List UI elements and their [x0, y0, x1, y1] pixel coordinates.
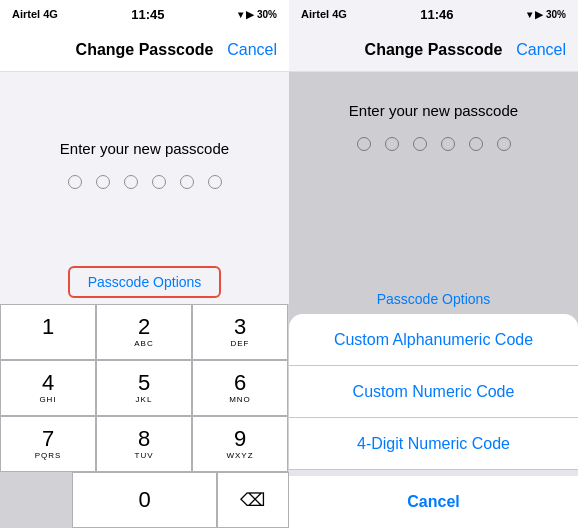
key-empty — [0, 472, 72, 528]
keypad-row-4: 0 ⌫ — [0, 472, 289, 528]
passcode-options-button-left[interactable]: Passcode Options — [68, 266, 222, 298]
dot-6 — [208, 175, 222, 189]
status-bar-right: Airtel 4G 11:46 ▾ ▶ 30% — [289, 0, 578, 28]
action-sheet: Custom Alphanumeric Code Custom Numeric … — [289, 314, 578, 528]
keypad-row-1: 1 2 ABC 3 DEF — [0, 304, 289, 360]
dot-4 — [152, 175, 166, 189]
battery-left: ▾ ▶ 30% — [238, 9, 277, 20]
passcode-options-text-right[interactable]: Passcode Options — [377, 283, 491, 313]
key-7[interactable]: 7 PQRS — [0, 416, 96, 472]
passcode-dots-left — [68, 175, 222, 189]
keypad-left: 1 2 ABC 3 DEF 4 GHI 5 JKL 6 MN — [0, 304, 289, 528]
action-sheet-item-alphanumeric[interactable]: Custom Alphanumeric Code — [289, 314, 578, 366]
keypad-row-3: 7 PQRS 8 TUV 9 WXYZ — [0, 416, 289, 472]
nav-title-right: Change Passcode — [365, 41, 503, 59]
cancel-button-left[interactable]: Cancel — [227, 41, 277, 59]
passcode-options-wrap-left: Passcode Options — [0, 256, 289, 304]
key-4[interactable]: 4 GHI — [0, 360, 96, 416]
delete-icon: ⌫ — [240, 489, 265, 511]
key-8[interactable]: 8 TUV — [96, 416, 192, 472]
action-sheet-item-custom-numeric[interactable]: Custom Numeric Code — [289, 366, 578, 418]
signal-icon-right: ▶ — [535, 9, 543, 20]
time-left: 11:45 — [131, 7, 164, 22]
cancel-button-right[interactable]: Cancel — [516, 41, 566, 59]
carrier-right: Airtel 4G — [301, 8, 347, 20]
carrier-left: Airtel 4G — [12, 8, 58, 20]
key-1[interactable]: 1 — [0, 304, 96, 360]
left-phone: Airtel 4G 11:45 ▾ ▶ 30% Change Passcode … — [0, 0, 289, 528]
wifi-icon-right: ▾ — [527, 9, 532, 20]
status-bar-left: Airtel 4G 11:45 ▾ ▶ 30% — [0, 0, 289, 28]
battery-right: ▾ ▶ 30% — [527, 9, 566, 20]
key-6[interactable]: 6 MNO — [192, 360, 288, 416]
key-0[interactable]: 0 — [72, 472, 216, 528]
dot-5 — [180, 175, 194, 189]
nav-bar-left: Change Passcode Cancel — [0, 28, 289, 72]
modal-overlay: Passcode Options Custom Alphanumeric Cod… — [289, 72, 578, 528]
right-content: Enter your new passcode Passcode Options… — [289, 72, 578, 528]
dot-1 — [68, 175, 82, 189]
nav-title-left: Change Passcode — [76, 41, 214, 59]
action-sheet-cancel-button[interactable]: Cancel — [289, 476, 578, 528]
key-9[interactable]: 9 WXYZ — [192, 416, 288, 472]
passcode-area-left: Enter your new passcode — [0, 72, 289, 256]
key-2[interactable]: 2 ABC — [96, 304, 192, 360]
delete-key[interactable]: ⌫ — [217, 472, 289, 528]
nav-bar-right: Change Passcode Cancel — [289, 28, 578, 72]
signal-icon: ▶ — [246, 9, 254, 20]
key-5[interactable]: 5 JKL — [96, 360, 192, 416]
passcode-prompt-left: Enter your new passcode — [60, 140, 229, 157]
action-sheet-item-4digit[interactable]: 4-Digit Numeric Code — [289, 418, 578, 470]
dot-3 — [124, 175, 138, 189]
dot-2 — [96, 175, 110, 189]
right-phone: Airtel 4G 11:46 ▾ ▶ 30% Change Passcode … — [289, 0, 578, 528]
keypad-row-2: 4 GHI 5 JKL 6 MNO — [0, 360, 289, 416]
time-right: 11:46 — [420, 7, 453, 22]
key-3[interactable]: 3 DEF — [192, 304, 288, 360]
wifi-icon: ▾ — [238, 9, 243, 20]
